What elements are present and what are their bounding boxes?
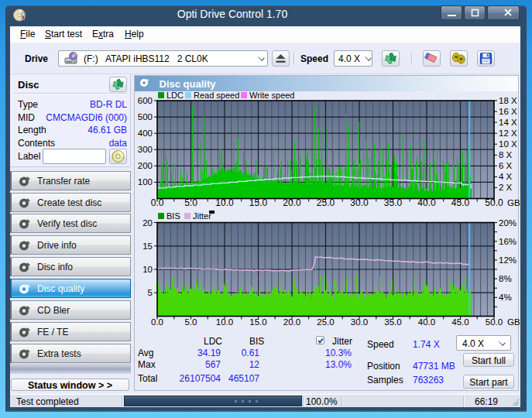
svg-text:200: 200 <box>138 161 153 170</box>
svg-text:10.0: 10.0 <box>216 317 233 327</box>
svg-text:14 X: 14 X <box>499 118 517 127</box>
svg-text:Write speed: Write speed <box>249 91 295 100</box>
svg-text:10 X: 10 X <box>499 139 517 149</box>
svg-text:10: 10 <box>142 265 153 274</box>
svg-text:12%: 12% <box>499 255 517 265</box>
svg-text:18 X: 18 X <box>499 96 517 105</box>
svg-text:25.0: 25.0 <box>317 317 334 327</box>
svg-text:35.0: 35.0 <box>384 317 401 327</box>
svg-text:5.0: 5.0 <box>185 317 197 327</box>
svg-text:15.0: 15.0 <box>249 317 266 327</box>
svg-text:100: 100 <box>138 177 153 187</box>
svg-text:4 X: 4 X <box>499 172 513 181</box>
svg-text:0.0: 0.0 <box>151 317 163 327</box>
svg-text:5: 5 <box>148 288 153 297</box>
svg-text:6 X: 6 X <box>499 161 513 170</box>
svg-text:8 X: 8 X <box>499 150 513 159</box>
svg-text:BIS: BIS <box>166 211 180 221</box>
svg-text:500: 500 <box>138 112 153 122</box>
svg-text:600: 600 <box>138 96 153 105</box>
svg-text:LDC: LDC <box>166 91 184 100</box>
svg-text:15: 15 <box>142 242 153 251</box>
svg-text:16%: 16% <box>499 237 517 246</box>
svg-text:16 X: 16 X <box>499 107 517 116</box>
svg-text:30.0: 30.0 <box>351 317 368 327</box>
svg-text:20.0: 20.0 <box>283 317 300 327</box>
svg-text:50.0: 50.0 <box>486 317 503 327</box>
svg-text:Jitter: Jitter <box>193 211 211 221</box>
svg-text:20%: 20% <box>499 218 517 228</box>
svg-text:12 X: 12 X <box>499 128 517 138</box>
svg-text:400: 400 <box>138 128 153 138</box>
svg-text:300: 300 <box>138 145 153 154</box>
svg-text:GB: GB <box>507 317 520 327</box>
svg-text:Read speed: Read speed <box>194 91 239 100</box>
svg-text:45.0: 45.0 <box>451 317 469 327</box>
svg-text:40.0: 40.0 <box>418 317 435 327</box>
svg-text:2 X: 2 X <box>499 183 513 192</box>
svg-text:4%: 4% <box>499 293 512 302</box>
svg-text:20: 20 <box>142 218 153 228</box>
svg-text:8%: 8% <box>499 274 512 283</box>
